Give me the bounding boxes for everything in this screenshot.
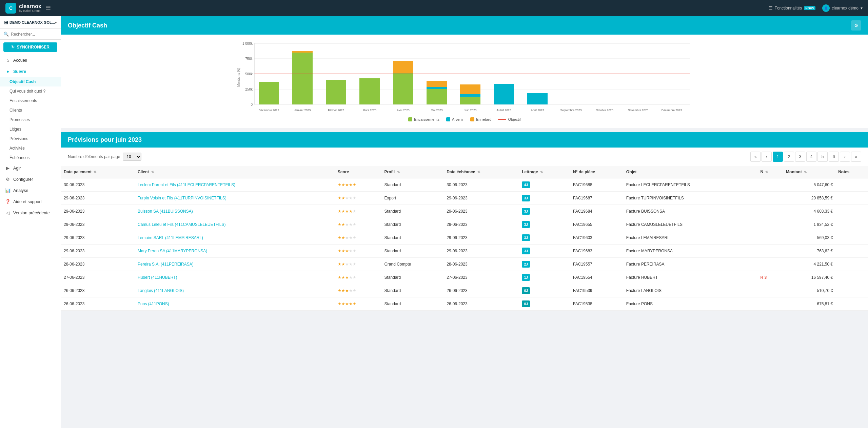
sidebar-sub-promesses[interactable]: Promesses [0, 115, 61, 124]
cell-client[interactable]: Pons (411PONS) [135, 297, 335, 311]
svg-text:500k: 500k [245, 72, 253, 76]
page-2[interactable]: 2 [784, 152, 794, 162]
page-first[interactable]: « [750, 152, 761, 162]
client-link[interactable]: Pons (411PONS) [138, 301, 169, 306]
cell-objet: Facture LEMAIRESARL [624, 231, 758, 245]
col-lettrage[interactable]: Lettrage ⇅ [519, 166, 570, 178]
cell-notes [835, 218, 868, 231]
sidebar-item-version[interactable]: ◁ Version précédente [0, 207, 61, 218]
client-link[interactable]: Lemaire SARL (411LEMAIRESARL) [138, 235, 203, 240]
sidebar-item-suivre[interactable]: ● Suivre [0, 66, 61, 77]
cell-client[interactable]: Hubert (411HUBERT) [135, 271, 335, 284]
page-prev[interactable]: ‹ [762, 152, 772, 162]
cell-lettrage: 0J [519, 297, 570, 311]
cell-client[interactable]: Lemaire SARL (411LEMAIRESARL) [135, 231, 335, 245]
sidebar-sub-objectif-cash[interactable]: Objectif Cash [0, 77, 61, 86]
fonctionnalites-button[interactable]: ☰ Fonctionnalités NOUV [769, 6, 816, 11]
star-1: ★ [338, 235, 341, 240]
table-row: 30-06-2023Leclerc Parent et Fils (411LEC… [61, 178, 868, 192]
client-link[interactable]: Langlois (411LANGLOIS) [138, 288, 184, 293]
company-selector[interactable]: ⊞ DEMO CLEARNOX GOL... ▾ [0, 16, 61, 29]
sidebar-item-aide[interactable]: ❓ Aide et support [0, 196, 61, 207]
cell-client[interactable]: Mary Peron SA (411MARYPERONSA) [135, 245, 335, 258]
col-profil[interactable]: Profil ⇅ [382, 166, 444, 178]
logo-title: clearnox [19, 3, 41, 9]
cell-client[interactable]: Pereira S.A. (411PEREIRASA) [135, 258, 335, 271]
logo-area: C clearnox by Isabel Group [5, 3, 41, 14]
page-last[interactable]: » [851, 152, 861, 162]
cell-notes [835, 205, 868, 218]
cell-lettrage: 3J [519, 231, 570, 245]
sidebar-sub-litiges[interactable]: Litiges [0, 124, 61, 134]
svg-text:Août 2023: Août 2023 [531, 109, 544, 112]
cell-client[interactable]: Buisson SA (411BUISSONSA) [135, 205, 335, 218]
star-2: ★ [341, 301, 345, 306]
cell-montant: 1 834,52 € [783, 218, 835, 231]
chart-settings-button[interactable]: ⚙ [851, 20, 861, 31]
cell-client[interactable]: Camus Leleu et Fils (411CAMUSLELEUETFILS… [135, 218, 335, 231]
legend-dot-avenir [446, 117, 450, 121]
cell-date-echeance: 29-06-2023 [444, 245, 519, 258]
cell-date-paiement: 29-06-2023 [61, 205, 135, 218]
cell-no-piece: FAC19687 [570, 192, 624, 205]
sync-button[interactable]: ↻ SYNCHRONISER [3, 42, 57, 52]
sidebar-item-accueil[interactable]: ⌂ Accueil [0, 55, 61, 66]
svg-text:Avril 2023: Avril 2023 [397, 109, 410, 112]
chart-svg: 1 000k 750k 500k 250k 0 Décembre 2022 [68, 40, 861, 115]
col-client[interactable]: Client ⇅ [135, 166, 335, 178]
page-6[interactable]: 6 [829, 152, 839, 162]
client-link[interactable]: Turpin Voisin et Fils (411TURPINVOISINET… [138, 196, 226, 200]
col-montant[interactable]: Montant ⇅ [783, 166, 835, 178]
sidebar-sub-echeances[interactable]: Échéances [0, 153, 61, 162]
items-per-page-select[interactable]: 10 25 50 100 [123, 153, 141, 161]
cell-lettrage: 3J [519, 245, 570, 258]
sidebar-sub-qui-doit[interactable]: Qui vous doit quoi ? [0, 86, 61, 96]
client-link[interactable]: Buisson SA (411BUISSONSA) [138, 209, 193, 214]
sidebar-sub-previsions[interactable]: Prévisions [0, 134, 61, 143]
sidebar-sub-clients[interactable]: Clients [0, 105, 61, 115]
star-4: ★ [349, 275, 353, 280]
cell-score: ★★★★★ [335, 297, 382, 311]
cell-client[interactable]: Leclerc Parent et Fils (411LECLERCPARENT… [135, 178, 335, 192]
star-3: ★ [345, 182, 349, 187]
cell-objet: Facture HUBERT [624, 271, 758, 284]
sidebar-sub-activites[interactable]: Activités [0, 143, 61, 153]
lettrage-badge: 2J [522, 261, 530, 268]
cell-score: ★★★★★ [335, 271, 382, 284]
page-3[interactable]: 3 [795, 152, 805, 162]
sidebar-sub-encaissements[interactable]: Encaissements [0, 96, 61, 105]
col-n[interactable]: N ⇅ [757, 166, 783, 178]
user-menu[interactable]: 👤 clearnox démo ▾ [822, 4, 863, 12]
cell-score: ★★★★★ [335, 178, 382, 192]
page-next[interactable]: › [840, 152, 850, 162]
cell-client[interactable]: Turpin Voisin et Fils (411TURPINVOISINET… [135, 192, 335, 205]
client-link[interactable]: Leclerc Parent et Fils (411LECLERCPARENT… [138, 182, 235, 187]
page-1[interactable]: 1 [773, 152, 783, 162]
sidebar-item-configurer[interactable]: ⚙ Configurer [0, 174, 61, 185]
col-date-echeance[interactable]: Date échéance ⇅ [444, 166, 519, 178]
cell-date-echeance: 27-06-2023 [444, 271, 519, 284]
cell-n [757, 258, 783, 271]
client-link[interactable]: Hubert (411HUBERT) [138, 275, 177, 280]
cell-profil: Standard [382, 284, 444, 297]
col-date-paiement[interactable]: Date paiement ⇅ [61, 166, 135, 178]
table-row: 26-06-2023Pons (411PONS)★★★★★Standard26-… [61, 297, 868, 311]
client-link[interactable]: Pereira S.A. (411PEREIRASA) [138, 262, 194, 267]
search-input[interactable] [11, 32, 57, 37]
logo-sub: by Isabel Group [19, 9, 41, 13]
page-4[interactable]: 4 [806, 152, 816, 162]
star-1: ★ [338, 209, 341, 214]
version-label: Version précédente [13, 211, 50, 215]
page-5[interactable]: 5 [817, 152, 828, 162]
lettrage-badge: 1J [522, 274, 530, 281]
hamburger-icon[interactable]: ☰ [45, 4, 51, 12]
client-link[interactable]: Camus Leleu et Fils (411CAMUSLELEUETFILS… [138, 222, 225, 227]
cell-client[interactable]: Langlois (411LANGLOIS) [135, 284, 335, 297]
legend-encaissements: Encaissements [408, 117, 439, 121]
search-icon: 🔍 [3, 32, 9, 37]
client-link[interactable]: Mary Peron SA (411MARYPERONSA) [138, 249, 207, 253]
cell-date-echeance: 28-06-2023 [444, 258, 519, 271]
sidebar-item-analyse[interactable]: 📊 Analyse [0, 185, 61, 196]
table-section: Prévisions pour juin 2023 Nombre d'éléme… [61, 132, 868, 311]
sidebar-item-agir[interactable]: ▶ Agir [0, 162, 61, 174]
